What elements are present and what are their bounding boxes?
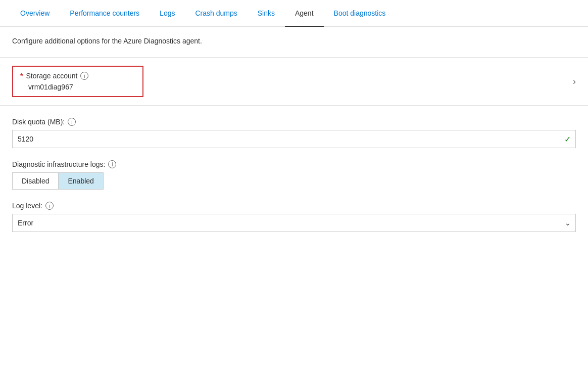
tab-agent[interactable]: Agent xyxy=(285,0,324,26)
disk-quota-input-container: ✓ xyxy=(12,130,576,148)
disk-quota-info-icon[interactable]: i xyxy=(68,118,76,126)
disk-quota-checkmark-icon: ✓ xyxy=(564,134,571,144)
log-level-label-row: Log level: i xyxy=(12,202,576,210)
toggle-disabled-button[interactable]: Disabled xyxy=(12,172,58,190)
form-section: Disk quota (MB): i ✓ Diagnostic infrastr… xyxy=(12,106,576,256)
log-level-select-container: Verbose Information Warning Error Critic… xyxy=(12,214,576,232)
disk-quota-input[interactable] xyxy=(12,130,576,148)
storage-account-label: Storage account xyxy=(26,72,77,80)
storage-account-box[interactable]: * Storage account i vrm01diag967 xyxy=(12,66,143,97)
tab-logs[interactable]: Logs xyxy=(150,0,185,26)
tab-crash-dumps[interactable]: Crash dumps xyxy=(185,0,247,26)
diagnostic-infra-logs-group: Diagnostic infrastructure logs: i Disabl… xyxy=(12,160,576,190)
storage-account-chevron-icon[interactable]: › xyxy=(573,76,576,87)
diagnostic-infra-logs-label-row: Diagnostic infrastructure logs: i xyxy=(12,160,576,168)
storage-label-row: * Storage account i xyxy=(20,72,135,80)
diagnostic-infra-logs-toggle: Disabled Enabled xyxy=(12,172,576,190)
tab-sinks[interactable]: Sinks xyxy=(248,0,285,26)
diagnostic-infra-logs-info-icon[interactable]: i xyxy=(108,160,116,168)
page-description: Configure additional options for the Azu… xyxy=(12,37,576,45)
main-content: Configure additional options for the Azu… xyxy=(0,27,588,266)
diagnostic-infra-logs-label: Diagnostic infrastructure logs: xyxy=(12,160,105,168)
storage-account-value: vrm01diag967 xyxy=(20,83,135,91)
tab-boot-diagnostics[interactable]: Boot diagnostics xyxy=(324,0,396,26)
tab-performance-counters[interactable]: Performance counters xyxy=(60,0,150,26)
disk-quota-label-row: Disk quota (MB): i xyxy=(12,118,576,126)
log-level-select[interactable]: Verbose Information Warning Error Critic… xyxy=(12,214,576,232)
tab-overview[interactable]: Overview xyxy=(10,0,60,26)
log-level-info-icon[interactable]: i xyxy=(45,202,54,210)
required-star: * xyxy=(20,72,23,80)
log-level-label: Log level: xyxy=(12,202,42,210)
toggle-enabled-button[interactable]: Enabled xyxy=(58,172,103,190)
storage-account-info-icon[interactable]: i xyxy=(80,72,88,80)
storage-account-row[interactable]: * Storage account i vrm01diag967 › xyxy=(0,58,588,106)
log-level-group: Log level: i Verbose Information Warning… xyxy=(12,202,576,232)
disk-quota-label: Disk quota (MB): xyxy=(12,118,65,126)
tab-navigation: Overview Performance counters Logs Crash… xyxy=(0,0,588,27)
disk-quota-group: Disk quota (MB): i ✓ xyxy=(12,118,576,148)
